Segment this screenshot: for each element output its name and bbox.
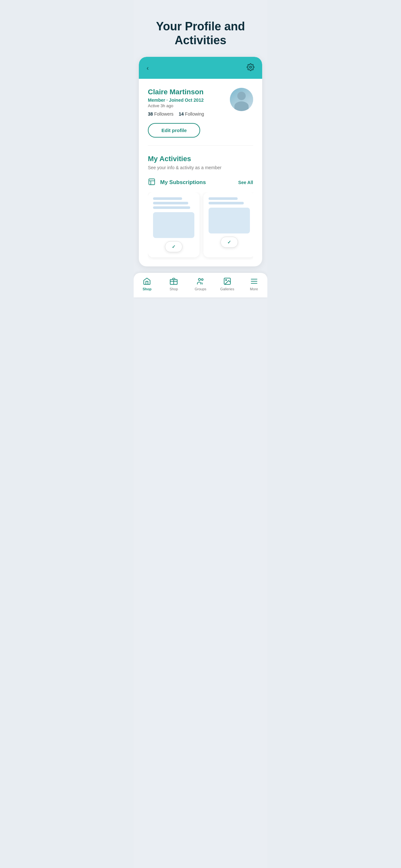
nav-item-galleries[interactable]: Galleries: [218, 277, 237, 291]
nav-item-shop-active[interactable]: Shop: [137, 277, 157, 291]
page-title: Your Profile and Activities: [143, 20, 258, 47]
see-all-button[interactable]: See All: [238, 180, 253, 185]
svg-point-8: [202, 279, 203, 280]
following-stat: 14 Following: [179, 112, 204, 117]
subscriptions-header: My Subscriptions See All: [148, 178, 253, 187]
check-button-2[interactable]: ✓: [220, 237, 238, 248]
svg-point-10: [225, 280, 226, 281]
nav-item-groups[interactable]: Groups: [191, 277, 210, 291]
profile-name: Claire Martinson: [148, 88, 230, 96]
sub-card-image-1: [153, 212, 194, 238]
check-mark-2: ✓: [227, 240, 231, 245]
more-icon: [250, 277, 258, 286]
check-mark-1: ✓: [172, 244, 176, 249]
following-label: Following: [185, 112, 204, 117]
sub-card-lines-1: [153, 197, 194, 209]
subscription-cards: ✓ ✓: [148, 192, 253, 260]
profile-section: Claire Martinson Member · Joined Oct 201…: [139, 79, 262, 145]
phone-wrapper: Your Profile and Activities ‹ Claire Mar…: [134, 0, 267, 868]
nav-label-shop-active: Shop: [143, 287, 152, 291]
followers-stat: 38 Followers: [148, 112, 174, 117]
nav-item-more[interactable]: More: [244, 277, 264, 291]
page-title-area: Your Profile and Activities: [134, 0, 267, 57]
avatar: [230, 88, 253, 111]
back-button[interactable]: ‹: [147, 65, 149, 71]
home-icon: [143, 277, 151, 286]
gift-icon: [169, 277, 178, 286]
svg-point-0: [250, 66, 251, 68]
settings-icon[interactable]: [247, 63, 254, 72]
nav-item-shop[interactable]: Shop: [164, 277, 183, 291]
sub-line-3: [153, 206, 190, 209]
subscriptions-title-group: My Subscriptions: [148, 178, 206, 187]
nav-label-shop: Shop: [169, 287, 178, 291]
nav-label-galleries: Galleries: [220, 287, 234, 291]
subscriptions-icon: [148, 178, 157, 187]
subscription-card-2: ✓: [204, 192, 253, 257]
check-button-1[interactable]: ✓: [165, 241, 182, 252]
svg-rect-1: [149, 179, 155, 185]
sub-card-image-2: [209, 208, 250, 234]
profile-active-status: Active 3h ago: [148, 103, 230, 108]
activities-subtitle: See your info & activity as a member: [148, 165, 253, 170]
card-header: ‹: [139, 57, 262, 79]
sub-line-5: [209, 202, 244, 205]
profile-info: Claire Martinson Member · Joined Oct 201…: [148, 88, 230, 117]
subscriptions-title: My Subscriptions: [160, 179, 206, 186]
activities-section: My Activities See your info & activity a…: [139, 146, 262, 267]
sub-card-lines-2: [209, 197, 250, 205]
sub-line-1: [153, 197, 182, 200]
profile-top: Claire Martinson Member · Joined Oct 201…: [148, 88, 253, 117]
svg-point-7: [198, 279, 201, 281]
avatar-image: [230, 88, 253, 111]
profile-member-since: Member · Joined Oct 2012: [148, 97, 230, 103]
sub-card-check-1: ✓: [153, 241, 194, 252]
followers-count: 38: [148, 112, 153, 117]
sub-line-4: [209, 197, 238, 200]
edit-profile-button[interactable]: Edit profile: [148, 123, 200, 137]
groups-icon: [196, 277, 205, 286]
sub-card-check-2: ✓: [209, 237, 250, 248]
nav-label-more: More: [250, 287, 258, 291]
following-count: 14: [179, 112, 184, 117]
profile-stats: 38 Followers 14 Following: [148, 112, 230, 117]
nav-label-groups: Groups: [195, 287, 206, 291]
followers-label: Followers: [154, 112, 174, 117]
activities-title: My Activities: [148, 155, 253, 163]
sub-line-2: [153, 202, 188, 205]
galleries-icon: [223, 277, 232, 286]
main-card: ‹ Claire Martinson Member · Joined Oct 2…: [139, 57, 262, 267]
bottom-nav: Shop Shop: [134, 273, 267, 298]
subscription-card-1: ✓: [148, 192, 199, 257]
